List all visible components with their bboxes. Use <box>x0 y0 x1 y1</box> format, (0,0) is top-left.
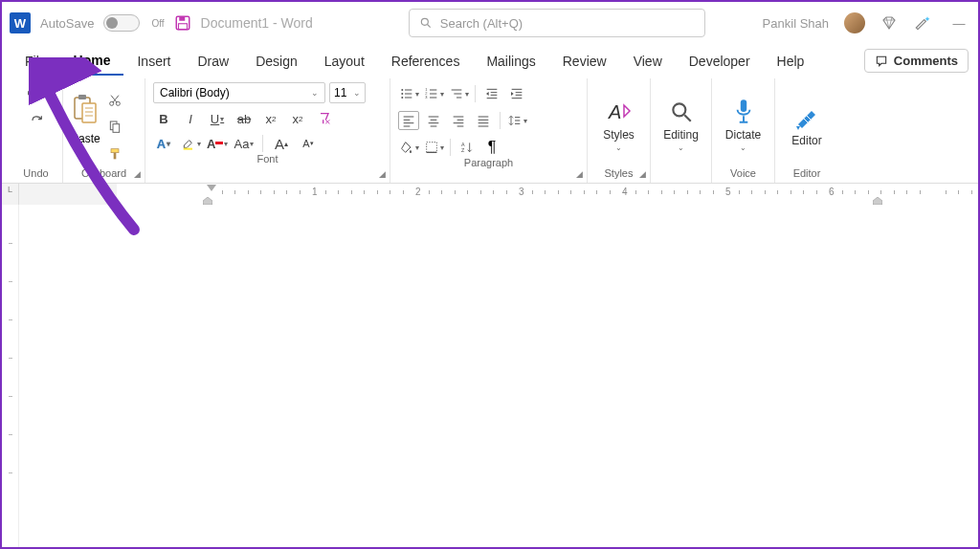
svg-rect-10 <box>82 103 96 122</box>
search-input[interactable]: Search (Alt+Q) <box>409 9 705 37</box>
cut-button[interactable] <box>104 91 125 110</box>
shading-button[interactable]: ▾ <box>398 138 419 157</box>
document-page[interactable] <box>117 205 978 549</box>
styles-launcher[interactable]: ◢ <box>639 169 646 179</box>
copy-button[interactable] <box>104 118 125 137</box>
ruler-horizontal[interactable]: L 1 2 3 4 5 6 <box>2 184 978 205</box>
group-clipboard: Paste ⌄ Clipboard ◢ <box>63 78 145 183</box>
bold-button[interactable]: B <box>153 109 174 128</box>
premium-icon[interactable] <box>880 14 898 32</box>
change-case-button[interactable]: Aa▾ <box>234 134 255 153</box>
svg-point-25 <box>401 97 403 99</box>
decrease-indent-button[interactable] <box>481 84 502 103</box>
multilevel-list-button[interactable]: ▾ <box>448 84 469 103</box>
save-icon[interactable] <box>174 14 191 32</box>
editing-group-label <box>658 167 703 183</box>
svg-rect-22 <box>183 148 191 150</box>
underline-button[interactable]: U▾ <box>207 109 228 128</box>
tab-references[interactable]: References <box>378 48 474 75</box>
borders-button[interactable]: ▾ <box>423 138 444 157</box>
user-avatar-icon[interactable] <box>844 12 865 33</box>
align-right-button[interactable] <box>448 111 469 130</box>
show-marks-button[interactable]: ¶ <box>481 138 502 157</box>
first-line-indent-marker[interactable] <box>207 185 216 191</box>
tab-layout[interactable]: Layout <box>311 48 378 75</box>
line-spacing-button[interactable]: ▾ <box>506 111 527 130</box>
paragraph-group-label: Paragraph <box>398 157 579 172</box>
user-name[interactable]: Pankil Shah <box>763 16 829 31</box>
svg-rect-20 <box>111 148 119 152</box>
tab-developer[interactable]: Developer <box>676 48 764 75</box>
redo-button[interactable] <box>26 111 47 130</box>
italic-button[interactable]: I <box>180 109 201 128</box>
comments-label: Comments <box>894 54 958 68</box>
align-center-button[interactable] <box>423 111 444 130</box>
group-editor: Editor Editor <box>775 78 838 183</box>
group-styles: A Styles ⌄ Styles ◢ <box>588 78 651 183</box>
svg-rect-65 <box>426 143 436 153</box>
clear-format-button[interactable] <box>314 109 335 128</box>
font-name-select[interactable]: Calibri (Body)⌄ <box>153 82 325 103</box>
ruler-vertical[interactable] <box>2 205 19 549</box>
paste-icon[interactable] <box>71 94 100 130</box>
shrink-font-button[interactable]: A▾ <box>298 134 319 153</box>
undo-group-label: Undo <box>17 167 55 183</box>
tab-mailings[interactable]: Mailings <box>473 48 548 75</box>
paste-label: Paste <box>71 132 100 145</box>
group-undo: ▾ Undo <box>10 78 63 183</box>
tab-view[interactable]: View <box>620 48 676 75</box>
justify-button[interactable] <box>473 111 494 130</box>
group-voice: Dictate ⌄ Voice <box>712 78 775 183</box>
tab-file[interactable]: File <box>11 48 60 75</box>
svg-point-3 <box>421 18 428 25</box>
font-group-label: Font <box>153 153 382 168</box>
tab-help[interactable]: Help <box>764 48 818 75</box>
format-painter-button[interactable] <box>104 144 125 164</box>
autosave-toggle[interactable] <box>103 14 140 32</box>
tab-insert[interactable]: Insert <box>123 48 184 75</box>
editor-group-label: Editor <box>783 167 831 183</box>
numbering-button[interactable]: 123▾ <box>423 84 444 103</box>
ruler-corner[interactable]: L <box>2 184 19 205</box>
styles-button[interactable]: A Styles ⌄ <box>592 96 646 152</box>
title-bar: W AutoSave Off Document1 - Word Search (… <box>2 2 978 44</box>
tab-design[interactable]: Design <box>242 48 311 75</box>
svg-point-24 <box>401 93 403 95</box>
minimize-button[interactable]: — <box>947 11 970 34</box>
subscript-button[interactable]: x2 <box>260 109 281 128</box>
clipboard-launcher[interactable]: ◢ <box>134 169 141 179</box>
tab-draw[interactable]: Draw <box>184 48 242 75</box>
word-app-icon: W <box>10 12 31 33</box>
hanging-indent-marker[interactable] <box>203 197 212 205</box>
editor-button[interactable]: Editor <box>780 101 834 147</box>
increase-indent-button[interactable] <box>506 84 527 103</box>
styles-group-label: Styles <box>595 167 642 183</box>
dictate-button[interactable]: Dictate ⌄ <box>717 96 770 152</box>
ribbon-tabs: File Home Insert Draw Design Layout Refe… <box>2 44 978 78</box>
paste-dropdown[interactable]: ⌄ <box>82 147 89 156</box>
comments-button[interactable]: Comments <box>864 49 969 73</box>
document-title: Document1 - Word <box>201 15 313 31</box>
ribbon: ▾ Undo Paste ⌄ Clipboard ◢ <box>2 78 978 184</box>
strikethrough-button[interactable]: ab <box>234 109 255 128</box>
text-effects-button[interactable]: A▾ <box>153 134 174 153</box>
highlight-button[interactable]: ▾ <box>180 134 201 153</box>
grow-font-button[interactable]: A▴ <box>271 134 292 153</box>
undo-button[interactable]: ▾ <box>26 86 47 105</box>
right-indent-marker[interactable] <box>873 197 882 205</box>
clipboard-group-label: Clipboard <box>71 167 137 183</box>
align-left-button[interactable] <box>398 111 419 130</box>
bullets-button[interactable]: ▾ <box>398 84 419 103</box>
sort-button[interactable]: AZ <box>457 138 478 157</box>
svg-rect-9 <box>78 95 86 99</box>
tab-review[interactable]: Review <box>549 48 620 75</box>
superscript-button[interactable]: x2 <box>287 109 308 128</box>
voice-group-label: Voice <box>720 167 767 183</box>
pen-sparkle-icon[interactable] <box>913 13 932 33</box>
font-color-button[interactable]: A▾ <box>207 134 228 153</box>
font-launcher[interactable]: ◢ <box>379 169 386 179</box>
editing-button[interactable]: Editing ⌄ <box>655 96 708 152</box>
paragraph-launcher[interactable]: ◢ <box>576 169 583 179</box>
tab-home[interactable]: Home <box>60 47 124 76</box>
font-size-select[interactable]: 11⌄ <box>329 82 366 103</box>
